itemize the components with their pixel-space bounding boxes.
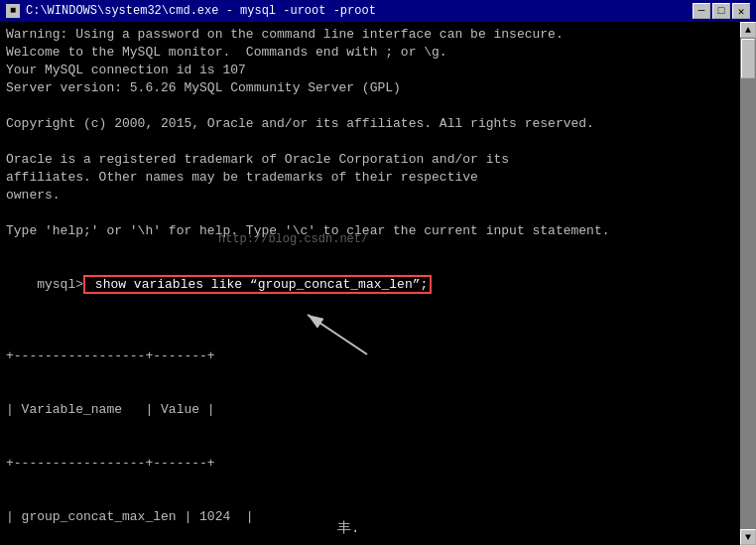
scrollbar[interactable]: ▲ ▼ [740, 22, 756, 545]
output-line-1: Warning: Using a password on the command… [6, 26, 750, 44]
bottom-characters: 丰. [337, 519, 359, 537]
command-highlight-box: show variables like “group_concat_max_le… [83, 275, 432, 294]
title-bar: ■ C:\WINDOWS\system32\cmd.exe - mysql -u… [0, 0, 756, 22]
window-controls[interactable]: ─ □ ✕ [693, 3, 750, 19]
blank-line-3 [6, 204, 750, 222]
mysql-prompt-1: mysql> [37, 277, 83, 292]
window-title: C:\WINDOWS\system32\cmd.exe - mysql -uro… [26, 4, 376, 18]
table-header: | Variable_name | Value | [6, 401, 750, 419]
blank-line-1 [6, 97, 750, 115]
minimize-button[interactable]: ─ [693, 3, 710, 19]
output-line-8: owners. [6, 187, 750, 204]
maximize-button[interactable]: □ [712, 3, 730, 19]
window-icon: ■ [6, 4, 20, 18]
close-button[interactable]: ✕ [732, 3, 750, 19]
output-line-2: Welcome to the MySQL monitor. Commands e… [6, 44, 750, 62]
output-line-9: Type 'help;' or '\h' for help. Type '\c'… [6, 222, 750, 240]
scroll-down-button[interactable]: ▼ [740, 529, 756, 545]
scroll-up-button[interactable]: ▲ [740, 22, 756, 38]
watermark: http://blog.csdn.net/ [218, 232, 368, 246]
command-line: mysql> show variables like “group_concat… [6, 258, 750, 312]
table-sep-top: +-----------------+-------+ [6, 347, 750, 365]
output-line-7: affiliates. Other names may be trademark… [6, 169, 750, 187]
output-line-5: Copyright (c) 2000, 2015, Oracle and/or … [6, 115, 750, 133]
output-line-6: Oracle is a registered trademark of Orac… [6, 151, 750, 169]
scroll-thumb[interactable] [741, 39, 755, 78]
table-data-row: | group_concat_max_len | 1024 | [6, 508, 750, 526]
output-line-4: Server version: 5.6.26 MySQL Community S… [6, 79, 750, 97]
output-line-3: Your MySQL connection id is 107 [6, 62, 750, 79]
blank-line-4 [6, 240, 750, 258]
blank-line-2 [6, 133, 750, 151]
terminal-window: Warning: Using a password on the command… [0, 22, 756, 545]
table-sep-mid: +-----------------+-------+ [6, 455, 750, 473]
table-output: +-----------------+-------+ | Variable_n… [6, 312, 750, 545]
